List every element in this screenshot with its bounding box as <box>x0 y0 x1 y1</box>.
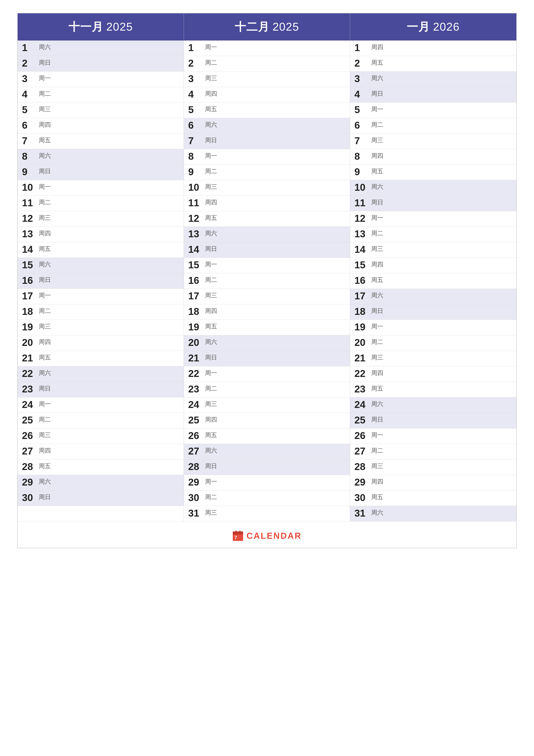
day-number: 3 <box>188 74 203 84</box>
day-number: 17 <box>22 291 37 301</box>
day-row: 8周四 <box>350 149 516 165</box>
day-row: 10周三 <box>184 180 350 196</box>
day-row: 31周三 <box>184 506 350 522</box>
day-number: 18 <box>354 307 369 316</box>
month-name: 十二月 <box>235 20 269 33</box>
day-number: 19 <box>188 322 203 332</box>
empty-row <box>18 506 184 522</box>
day-row: 16周二 <box>184 273 350 289</box>
day-row: 12周三 <box>18 211 184 227</box>
day-name: 周六 <box>371 400 383 408</box>
day-name: 周六 <box>39 43 51 51</box>
day-row: 13周二 <box>350 227 516 242</box>
day-number: 17 <box>354 291 369 301</box>
day-name: 周二 <box>371 121 383 128</box>
day-name: 周六 <box>39 152 51 159</box>
day-number: 15 <box>354 260 369 270</box>
day-row: 19周三 <box>18 320 184 335</box>
day-number: 27 <box>188 446 203 456</box>
day-name: 周五 <box>371 385 383 392</box>
month-col-一月: 1周四2周五3周六4周日5周一6周二7周三8周四9周五10周六11周日12周一1… <box>350 40 516 522</box>
day-row: 20周二 <box>350 335 516 351</box>
day-row: 1周四 <box>350 40 516 56</box>
day-number: 6 <box>354 120 369 130</box>
day-row: 18周二 <box>18 304 184 320</box>
day-row: 19周一 <box>350 320 516 335</box>
day-row: 4周日 <box>350 87 516 103</box>
day-number: 16 <box>354 275 369 285</box>
day-row: 30周二 <box>184 491 350 506</box>
day-row: 12周一 <box>350 211 516 227</box>
day-row: 28周日 <box>184 459 350 475</box>
day-name: 周一 <box>205 152 217 159</box>
day-name: 周五 <box>205 214 217 222</box>
day-name: 周三 <box>205 400 217 408</box>
day-row: 7周三 <box>350 134 516 149</box>
day-name: 周一 <box>371 431 383 439</box>
day-number: 24 <box>354 399 369 410</box>
day-row: 9周二 <box>184 165 350 180</box>
day-row: 1周一 <box>184 40 350 56</box>
day-name: 周四 <box>39 447 51 454</box>
day-name: 周三 <box>205 292 217 299</box>
day-row: 4周二 <box>18 87 184 103</box>
day-number: 14 <box>22 244 37 254</box>
day-row: 21周日 <box>184 351 350 366</box>
day-number: 6 <box>22 120 37 130</box>
day-name: 周一 <box>39 400 51 408</box>
day-name: 周五 <box>39 137 51 144</box>
day-name: 周三 <box>205 183 217 191</box>
svg-text:7: 7 <box>235 535 237 540</box>
day-row: 15周四 <box>350 258 516 273</box>
day-row: 23周二 <box>184 382 350 397</box>
day-name: 周四 <box>39 338 51 346</box>
day-name: 周二 <box>205 168 217 175</box>
day-name: 周一 <box>371 106 383 113</box>
calendar-container: 十一月2025十二月2025一月2026 1周六2周日3周一4周二5周三6周四7… <box>17 13 517 548</box>
day-name: 周四 <box>371 478 383 485</box>
day-row: 26周三 <box>18 428 184 444</box>
day-row: 21周三 <box>350 351 516 366</box>
day-name: 周一 <box>39 183 51 191</box>
day-number: 13 <box>22 229 37 239</box>
day-name: 周二 <box>205 385 217 392</box>
day-name: 周日 <box>39 59 51 67</box>
day-number: 10 <box>354 182 369 192</box>
day-name: 周五 <box>371 494 383 501</box>
month-header-十二月: 十二月2025 <box>184 14 350 40</box>
day-name: 周三 <box>39 431 51 439</box>
day-row: 24周一 <box>18 397 184 413</box>
day-row: 7周日 <box>184 134 350 149</box>
day-name: 周五 <box>205 106 217 113</box>
day-name: 周五 <box>371 59 383 67</box>
day-number: 4 <box>354 89 369 99</box>
day-number: 15 <box>188 260 203 270</box>
day-number: 30 <box>22 493 37 502</box>
day-name: 周一 <box>371 323 383 330</box>
day-number: 4 <box>22 89 37 99</box>
day-name: 周二 <box>205 59 217 67</box>
day-name: 周四 <box>205 416 217 423</box>
day-name: 周一 <box>39 292 51 299</box>
day-name: 周日 <box>205 463 217 470</box>
day-row: 29周四 <box>350 475 516 491</box>
day-name: 周二 <box>371 338 383 346</box>
svg-rect-3 <box>239 530 241 533</box>
day-row: 8周六 <box>18 149 184 165</box>
month-col-十一月: 1周六2周日3周一4周二5周三6周四7周五8周六9周日10周一11周二12周三1… <box>18 40 184 522</box>
day-number: 5 <box>188 105 203 115</box>
day-number: 25 <box>354 415 369 425</box>
day-row: 6周四 <box>18 118 184 134</box>
day-number: 11 <box>22 198 37 208</box>
day-row: 11周日 <box>350 196 516 211</box>
day-number: 22 <box>354 368 369 378</box>
day-number: 18 <box>22 307 37 316</box>
day-row: 9周日 <box>18 165 184 180</box>
day-number: 27 <box>22 446 37 456</box>
day-name: 周六 <box>39 478 51 485</box>
day-name: 周六 <box>371 292 383 299</box>
day-name: 周六 <box>205 230 217 237</box>
day-name: 周日 <box>205 245 217 253</box>
day-number: 2 <box>354 58 369 68</box>
day-name: 周二 <box>371 447 383 454</box>
